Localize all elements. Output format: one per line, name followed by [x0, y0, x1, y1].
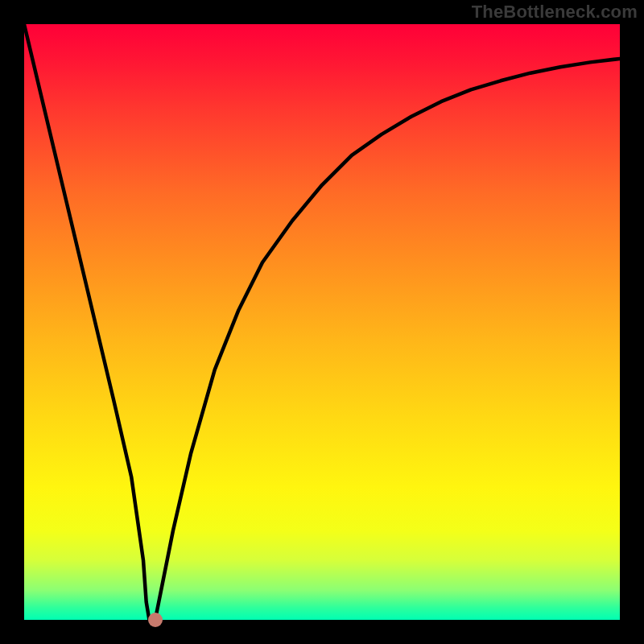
minimum-marker	[148, 613, 163, 627]
curve-path	[24, 24, 620, 620]
plot-area	[24, 24, 620, 620]
watermark-text: TheBottleneck.com	[472, 2, 638, 23]
chart-frame: TheBottleneck.com	[0, 0, 644, 644]
bottleneck-curve	[24, 24, 620, 620]
